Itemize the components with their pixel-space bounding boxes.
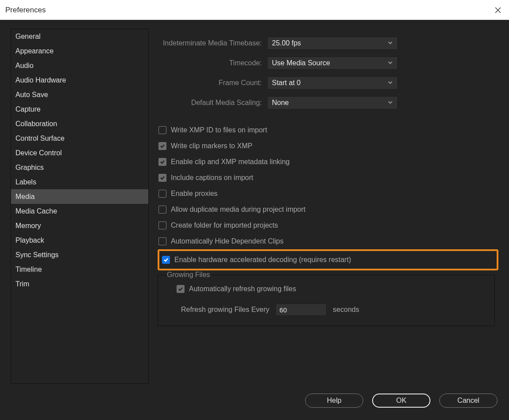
chevron-down-icon xyxy=(388,79,393,87)
sidebar-item-labels[interactable]: Labels xyxy=(11,175,148,189)
checkbox-label: Include captions on import xyxy=(171,174,253,182)
check-row: Include captions on import xyxy=(158,170,498,186)
sidebar-item-appearance[interactable]: Appearance xyxy=(11,44,148,58)
chevron-down-icon xyxy=(388,39,393,47)
checkbox-label: Write clip markers to XMP xyxy=(171,142,253,150)
timebase-value: 25.00 fps xyxy=(272,39,301,47)
checkbox-label: Create folder for imported projects xyxy=(171,221,278,229)
framecount-value: Start at 0 xyxy=(272,79,301,87)
category-sidebar: GeneralAppearanceAudioAudio HardwareAuto… xyxy=(11,29,149,384)
check-row: Create folder for imported projects xyxy=(158,218,498,233)
refresh-interval-input[interactable] xyxy=(275,304,327,316)
sidebar-item-audio-hardware[interactable]: Audio Hardware xyxy=(11,73,148,87)
sidebar-item-graphics[interactable]: Graphics xyxy=(11,160,148,175)
checkbox[interactable] xyxy=(162,256,170,264)
refresh-interval-label: Refresh growing Files Every xyxy=(181,306,269,314)
timecode-value: Use Media Source xyxy=(272,59,330,67)
check-row: Automatically Hide Dependent Clips xyxy=(158,233,498,249)
checkbox[interactable] xyxy=(158,190,166,198)
timebase-label: Indeterminate Media Timebase: xyxy=(158,39,262,47)
checkbox[interactable] xyxy=(158,126,166,134)
auto-refresh-checkbox[interactable] xyxy=(177,285,185,293)
checkbox[interactable] xyxy=(158,158,166,166)
help-button[interactable]: Help xyxy=(305,394,363,408)
chevron-down-icon xyxy=(388,99,393,107)
scaling-value: None xyxy=(272,99,289,107)
check-row: Write XMP ID to files on import xyxy=(158,122,498,138)
window-title: Preferences xyxy=(5,6,46,15)
sidebar-item-sync-settings[interactable]: Sync Settings xyxy=(11,248,148,262)
cancel-button[interactable]: Cancel xyxy=(439,394,498,408)
titlebar: Preferences xyxy=(0,0,509,20)
dialog-body: GeneralAppearanceAudioAudio HardwareAuto… xyxy=(0,20,509,420)
checkbox-label: Enable clip and XMP metadata linking xyxy=(171,158,290,166)
checkbox[interactable] xyxy=(158,237,166,245)
sidebar-item-capture[interactable]: Capture xyxy=(11,102,148,116)
check-row: Write clip markers to XMP xyxy=(158,138,498,154)
sidebar-item-device-control[interactable]: Device Control xyxy=(11,146,148,160)
check-row: Enable proxies xyxy=(158,186,498,202)
sidebar-item-control-surface[interactable]: Control Surface xyxy=(11,131,148,146)
sidebar-item-timeline[interactable]: Timeline xyxy=(11,262,148,277)
timebase-dropdown[interactable]: 25.00 fps xyxy=(267,37,398,50)
sidebar-item-playback[interactable]: Playback xyxy=(11,233,148,248)
sidebar-item-media-cache[interactable]: Media Cache xyxy=(11,204,148,218)
sidebar-item-audio[interactable]: Audio xyxy=(11,58,148,73)
check-row: Allow duplicate media during project imp… xyxy=(158,202,498,218)
check-row: Enable clip and XMP metadata linking xyxy=(158,154,498,170)
growing-files-group: Growing Files Automatically refresh grow… xyxy=(158,275,495,326)
seconds-label: seconds xyxy=(333,306,359,314)
ok-button[interactable]: OK xyxy=(372,394,430,408)
sidebar-item-trim[interactable]: Trim xyxy=(11,277,148,291)
checkbox[interactable] xyxy=(158,142,166,150)
checkbox[interactable] xyxy=(158,221,166,229)
framecount-dropdown[interactable]: Start at 0 xyxy=(267,76,398,90)
sidebar-item-memory[interactable]: Memory xyxy=(11,218,148,233)
checkbox-label: Allow duplicate media during project imp… xyxy=(171,206,305,214)
sidebar-item-media[interactable]: Media xyxy=(11,189,148,204)
sidebar-item-auto-save[interactable]: Auto Save xyxy=(11,87,148,102)
auto-refresh-label: Automatically refresh growing files xyxy=(189,285,296,293)
sidebar-item-general[interactable]: General xyxy=(11,29,148,44)
check-row: Enable hardware accelerated decoding (re… xyxy=(158,249,498,270)
checkbox-label: Write XMP ID to files on import xyxy=(171,126,267,134)
timecode-label: Timecode: xyxy=(158,59,262,67)
checkbox[interactable] xyxy=(158,206,166,214)
scaling-label: Default Media Scaling: xyxy=(158,99,262,107)
checkbox-label: Automatically Hide Dependent Clips xyxy=(171,237,283,245)
sidebar-item-collaboration[interactable]: Collaboration xyxy=(11,116,148,131)
checkbox[interactable] xyxy=(158,174,166,182)
dialog-buttons: Help OK Cancel xyxy=(11,388,498,413)
growing-files-title: Growing Files xyxy=(167,271,212,279)
scaling-dropdown[interactable]: None xyxy=(267,96,398,109)
timecode-dropdown[interactable]: Use Media Source xyxy=(267,56,398,70)
close-icon[interactable] xyxy=(494,6,502,14)
checkbox-label: Enable proxies xyxy=(171,190,218,198)
checkbox-label: Enable hardware accelerated decoding (re… xyxy=(174,256,351,264)
media-panel: Indeterminate Media Timebase: 25.00 fps … xyxy=(158,29,498,388)
framecount-label: Frame Count: xyxy=(158,79,262,87)
chevron-down-icon xyxy=(388,59,393,67)
